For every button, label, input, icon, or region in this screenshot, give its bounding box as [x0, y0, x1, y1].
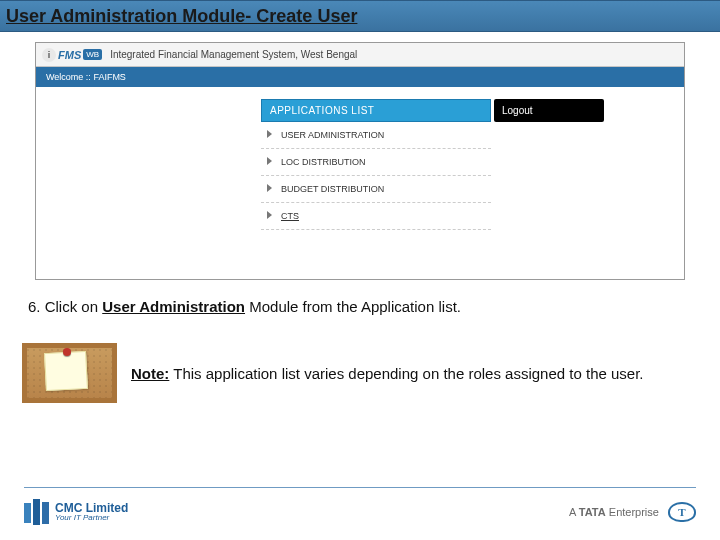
applications-list-items: USER ADMINISTRATION LOC DISTRIBUTION BUD… — [261, 122, 491, 230]
cmc-text: CMC Limited Your IT Partner — [55, 502, 128, 522]
app-header: i FMS WB Integrated Financial Management… — [36, 43, 684, 67]
logout-button[interactable]: Logout — [494, 99, 604, 122]
tata-text: A TATA Enterprise — [569, 506, 662, 518]
note-text-block: Note: This application list varies depen… — [131, 365, 644, 382]
app-item-cts[interactable]: CTS — [261, 203, 491, 230]
triangle-bullet-icon — [267, 211, 272, 219]
applications-list-header: APPLICATIONS LIST — [261, 99, 491, 122]
tata-prefix: A — [569, 506, 579, 518]
app-screenshot: i FMS WB Integrated Financial Management… — [35, 42, 685, 280]
slide-title-bar: User Administration Module- Create User — [0, 0, 720, 32]
app-item-label: CTS — [281, 211, 299, 221]
cmc-logo: CMC Limited Your IT Partner — [24, 499, 128, 525]
welcome-user: FAIFMS — [93, 72, 126, 82]
app-item-loc-distribution[interactable]: LOC DISTRIBUTION — [261, 149, 491, 176]
info-icon: i — [42, 48, 56, 62]
ifms-logo: i FMS WB — [42, 48, 102, 62]
app-item-label: USER ADMINISTRATION — [281, 130, 384, 140]
note-label: Note: — [131, 365, 169, 382]
note-text: This application list varies depending o… — [173, 365, 643, 382]
instruction-bold: User Administration — [102, 298, 245, 315]
pushpin-icon — [63, 348, 71, 356]
instruction-step: 6. Click on User Administration Module f… — [28, 298, 700, 315]
triangle-bullet-icon — [267, 184, 272, 192]
tata-suffix: Enterprise — [606, 506, 659, 518]
footer-divider — [24, 487, 696, 488]
logout-label: Logout — [502, 105, 533, 116]
system-name: Integrated Financial Management System, … — [110, 49, 357, 60]
note-row: Note: This application list varies depen… — [22, 343, 700, 403]
tata-enterprise: A TATA Enterprise — [569, 502, 696, 522]
triangle-bullet-icon — [267, 157, 272, 165]
app-item-user-administration[interactable]: USER ADMINISTRATION — [261, 122, 491, 149]
welcome-label: Welcome :: — [46, 72, 91, 82]
app-item-label: LOC DISTRIBUTION — [281, 157, 366, 167]
app-item-budget-distribution[interactable]: BUDGET DISTRIBUTION — [261, 176, 491, 203]
instruction-suffix: Module from the Application list. — [249, 298, 461, 315]
cmc-mark-icon — [24, 499, 49, 525]
corkboard-icon — [22, 343, 117, 403]
footer: CMC Limited Your IT Partner A TATA Enter… — [24, 494, 696, 530]
tata-logo-icon — [668, 502, 696, 522]
sticky-note-icon — [44, 351, 88, 391]
applications-list-panel: APPLICATIONS LIST USER ADMINISTRATION LO… — [261, 99, 491, 230]
app-body: APPLICATIONS LIST USER ADMINISTRATION LO… — [36, 87, 684, 279]
logo-fms-text: FMS — [58, 49, 81, 61]
logo-wb-badge: WB — [83, 49, 102, 60]
tata-strong: TATA — [579, 506, 606, 518]
instruction-prefix: Click on — [45, 298, 98, 315]
slide-title: User Administration Module- Create User — [6, 6, 357, 27]
step-number: 6. — [28, 298, 41, 315]
triangle-bullet-icon — [267, 130, 272, 138]
app-item-label: BUDGET DISTRIBUTION — [281, 184, 384, 194]
cmc-sub-text: Your IT Partner — [55, 514, 128, 522]
welcome-bar: Welcome :: FAIFMS — [36, 67, 684, 87]
